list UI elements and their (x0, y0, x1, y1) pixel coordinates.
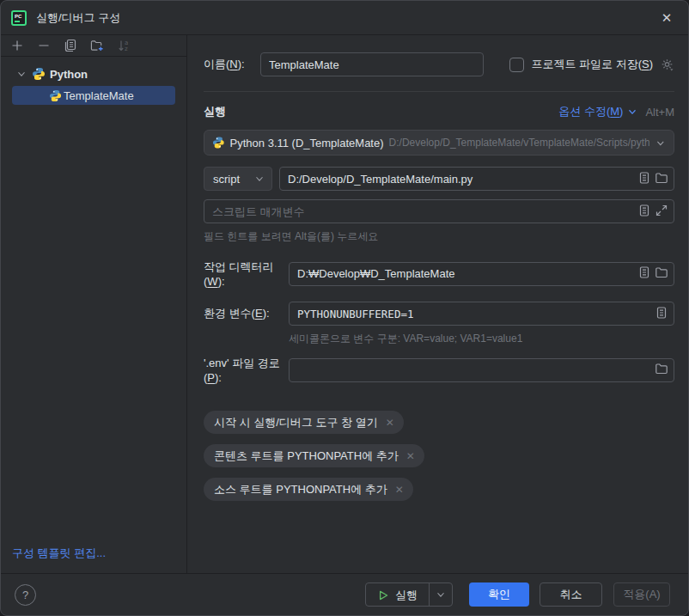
python-logo-icon (212, 136, 225, 149)
script-type-select[interactable]: script (204, 167, 272, 191)
tree-group-python[interactable]: Python (1, 64, 183, 84)
chip-close-icon[interactable]: ✕ (395, 484, 404, 496)
env-file-path-label: '.env' 파일 경로(P): (204, 356, 289, 384)
store-as-project-file-label: 프로젝트 파일로 저장(S) (531, 57, 653, 72)
run-options-chevron[interactable] (429, 583, 452, 606)
add-configuration-icon[interactable] (10, 39, 24, 52)
chevron-down-icon (253, 173, 265, 185)
env-file-path-input[interactable] (290, 363, 651, 376)
expand-field-icon[interactable] (655, 204, 668, 220)
play-icon (377, 589, 389, 601)
insert-macros-icon[interactable] (637, 204, 651, 220)
environment-variables-label: 환경 변수(E): (204, 306, 289, 321)
chip-add-content-roots: 콘텐츠 루트를 PYTHONPATH에 추가 ✕ (204, 444, 424, 467)
modify-options-link[interactable]: 옵션 수정(M) (558, 104, 638, 119)
configuration-form: 이름(N): 프로젝트 파일로 저장(S) (187, 35, 688, 573)
chevron-down-icon (435, 589, 447, 601)
title-bar: PC 실행/디버그 구성 ✕ (1, 1, 688, 35)
edit-configuration-templates-link[interactable]: 구성 템플릿 편집... (1, 546, 186, 573)
env-file-path-field-wrap (289, 358, 674, 382)
run-button[interactable]: 실행 (366, 583, 429, 607)
run-debug-configurations-dialog: PC 실행/디버그 구성 ✕ (0, 0, 689, 616)
chip-add-source-roots: 소스 루트를 PYTHONPATH에 추가 ✕ (204, 478, 413, 501)
run-split-button: 실행 (365, 582, 453, 607)
window-title: 실행/디버그 구성 (36, 10, 120, 26)
store-as-project-file-checkbox[interactable] (509, 58, 524, 72)
cancel-button[interactable]: 취소 (540, 582, 602, 607)
section-divider (204, 91, 674, 92)
browse-folder-icon[interactable] (655, 362, 668, 378)
gear-icon[interactable] (660, 58, 674, 72)
working-directory-field-wrap (289, 262, 674, 286)
working-directory-label: 작업 디렉터리(W): (204, 259, 289, 288)
working-directory-input[interactable] (290, 267, 634, 280)
alt-hint-text: 필드 힌트를 보려면 Alt을(를) 누르세요 (204, 229, 674, 244)
browse-folder-icon[interactable] (655, 265, 668, 282)
script-parameters-field-wrap (204, 199, 674, 223)
python-logo-icon (49, 89, 62, 102)
insert-macros-icon[interactable] (637, 265, 651, 282)
script-parameters-input[interactable] (204, 205, 634, 218)
interpreter-path: D:/Develop/D_TemplateMate/vTemplateMate/… (389, 137, 650, 149)
edit-variables-icon[interactable] (655, 306, 668, 322)
chevron-down-icon (655, 137, 667, 149)
help-icon[interactable]: ? (15, 584, 36, 606)
chip-close-icon[interactable]: ✕ (386, 417, 394, 429)
apply-button: 적용(A) (613, 582, 670, 607)
tree-group-label: Python (50, 68, 88, 81)
chevron-down-icon (15, 68, 27, 80)
tree-item-label: TemplateMate (64, 89, 134, 102)
svg-text:z: z (125, 46, 128, 52)
sort-alphabetically-icon: a z (117, 39, 131, 52)
close-icon[interactable]: ✕ (657, 9, 676, 27)
environment-variables-field-wrap (289, 302, 674, 326)
configuration-tree: Python TemplateMate (1, 57, 186, 546)
tree-item-templatemate[interactable]: TemplateMate (12, 86, 175, 105)
environment-variables-input[interactable] (290, 308, 651, 320)
copy-configuration-icon[interactable] (64, 39, 77, 52)
run-section-title: 실행 (204, 104, 226, 119)
pycharm-logo-icon: PC (11, 10, 27, 26)
environment-variables-hint: 세미콜론으로 변수 구분: VAR=value; VAR1=value1 (289, 332, 674, 346)
python-logo-icon (32, 67, 46, 81)
modify-options-shortcut: Alt+M (645, 106, 674, 119)
name-label: 이름(N): (204, 57, 260, 72)
name-field-wrap (260, 52, 484, 76)
chip-open-run-tool-window: 시작 시 실행/디버그 도구 창 열기 ✕ (204, 411, 404, 434)
chip-close-icon[interactable]: ✕ (406, 450, 415, 462)
name-input[interactable] (261, 58, 478, 71)
interpreter-name: Python 3.11 (D_TemplateMate) (230, 137, 384, 149)
script-path-field-wrap (279, 167, 674, 191)
dialog-footer: ? 실행 확인 취소 적용(A) (1, 573, 688, 615)
interpreter-combobox[interactable]: Python 3.11 (D_TemplateMate) D:/Develop/… (204, 130, 674, 156)
ok-button[interactable]: 확인 (469, 582, 529, 607)
chevron-down-icon (626, 106, 638, 118)
insert-macros-icon[interactable] (637, 171, 651, 187)
new-folder-icon[interactable] (90, 39, 104, 52)
configurations-sidebar: a z Python (1, 35, 187, 573)
option-chips: 시작 시 실행/디버그 도구 창 열기 ✕ 콘텐츠 루트를 PYTHONPATH… (204, 411, 616, 501)
browse-folder-icon[interactable] (655, 171, 668, 187)
script-path-input[interactable] (280, 173, 634, 186)
remove-configuration-icon[interactable] (37, 39, 51, 52)
sidebar-toolbar: a z (1, 35, 186, 57)
